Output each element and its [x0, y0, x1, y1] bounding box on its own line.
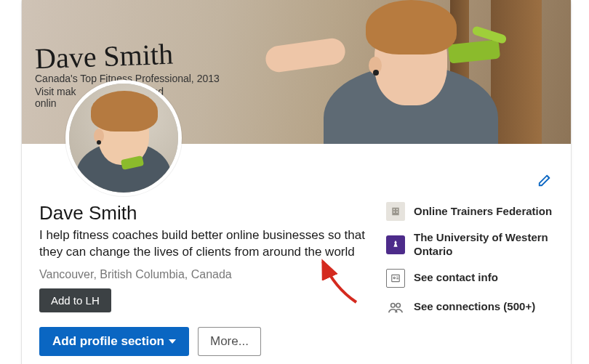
profile-location: Vancouver, British Columbia, Canada	[39, 268, 369, 281]
add-profile-section-label: Add profile section	[52, 334, 164, 349]
svg-rect-0	[392, 208, 398, 216]
school-icon	[386, 235, 405, 254]
connections-label: See connections (500+)	[414, 300, 535, 314]
profile-body: Dave Smith I help fitness coaches build …	[22, 144, 571, 364]
contact-card-icon	[386, 269, 405, 288]
svg-rect-1	[393, 209, 395, 211]
connections-icon	[386, 298, 405, 317]
svg-point-7	[391, 303, 396, 307]
chevron-down-icon	[169, 339, 176, 344]
company-name: Online Trainers Federation	[414, 205, 552, 219]
edit-icon[interactable]	[537, 171, 553, 190]
svg-rect-3	[393, 211, 395, 213]
profile-headline: I help fitness coaches build better onli…	[39, 227, 369, 261]
profile-card: Dave Smith Canada's Top Fitness Professi…	[22, 0, 571, 364]
add-to-lh-button[interactable]: Add to LH	[39, 288, 111, 312]
profile-sidebar: Online Trainers Federation The Universit…	[386, 202, 553, 356]
connections-row[interactable]: See connections (500+)	[386, 298, 553, 317]
svg-rect-2	[396, 209, 398, 211]
cover-hero-figure	[280, 0, 542, 144]
cover-signature: Dave Smith	[34, 37, 174, 76]
contact-info-row[interactable]: See contact info	[386, 269, 553, 288]
profile-name: Dave Smith	[39, 202, 369, 225]
school-name: The University of Western Ontario	[414, 231, 553, 259]
school-row[interactable]: The University of Western Ontario	[386, 231, 553, 259]
add-profile-section-button[interactable]: Add profile section	[39, 327, 189, 356]
contact-info-label: See contact info	[414, 271, 498, 285]
svg-point-6	[393, 277, 395, 278]
company-icon	[386, 202, 405, 221]
company-row[interactable]: Online Trainers Federation	[386, 202, 553, 221]
svg-rect-4	[396, 211, 398, 213]
svg-point-8	[396, 303, 401, 307]
more-button[interactable]: More...	[198, 327, 261, 356]
